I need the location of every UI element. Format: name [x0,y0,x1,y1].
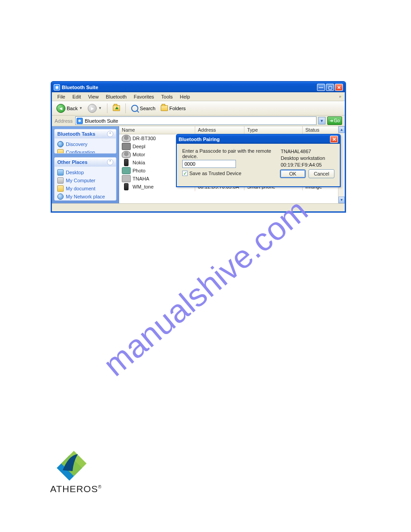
menu-help[interactable]: Help [176,93,194,100]
remote-device-type: Desktop workstation [281,155,334,162]
other-places-panel: Other Places ˄ Desktop My Computer My do… [54,157,116,201]
minimize-button[interactable]: — [317,84,325,91]
dialog-close-button[interactable]: ✕ [330,136,338,143]
back-button[interactable]: ◄ Back ▼ [55,103,84,114]
svg-rect-2 [339,97,340,98]
cell-name: TNAHA [133,176,149,181]
sidebar-item-configuration[interactable]: Configuration [57,148,113,154]
address-value: Bluetooth Suite [85,118,118,124]
bluetooth-tasks-panel: Bluetooth Tasks ˄ Discovery Configuratio… [54,129,116,154]
laptop-icon [122,143,131,150]
cancel-button[interactable]: Cancel [308,169,334,178]
column-type[interactable]: Type [244,126,303,134]
search-label: Search [140,106,155,111]
chevron-up-icon[interactable]: ˄ [107,131,113,137]
panel-header[interactable]: Other Places ˄ [55,158,116,167]
gear-icon [57,149,64,154]
sidebar-item-desktop[interactable]: Desktop [57,168,113,176]
sidebar-item-label: Desktop [66,170,84,175]
maximize-button[interactable]: ▢ [326,84,334,91]
sidebar-item-label: My Computer [66,178,95,183]
column-headers: Name Address Type Status [119,126,345,134]
save-trusted-checkbox[interactable]: ✓ [182,171,188,176]
menu-view[interactable]: View [85,93,103,100]
menu-tools[interactable]: Tools [158,93,176,100]
address-field[interactable]: ✱ Bluetooth Suite [75,116,316,125]
desktop-icon [57,169,64,176]
dialog-titlebar[interactable]: Bluetooth Pairing ✕ [177,135,340,144]
go-label: Go [334,118,340,123]
sidebar-item-my-document[interactable]: My document [57,184,113,193]
sidebar-item-label: Discovery [66,142,87,147]
sidebar-item-label: My Network place [66,194,105,199]
forward-arrow-icon: ► [88,104,97,113]
go-button[interactable]: ➜ Go [327,116,342,125]
cell-name: Photo [133,168,146,173]
chevron-up-icon[interactable]: ˄ [107,159,113,165]
save-trusted-label: Save as Trusted Device [189,171,241,176]
menu-bluetooth[interactable]: Bluetooth [102,93,130,100]
computer-icon [122,175,131,182]
globe-icon [57,141,64,147]
camera-icon [122,167,131,174]
address-bar: Address ✱ Bluetooth Suite ▼ ➜ Go [52,116,345,126]
menu-file[interactable]: File [54,93,69,100]
search-icon [131,105,138,112]
cell-name: Deepl [133,144,146,149]
column-name[interactable]: Name [119,126,195,134]
atheros-brand-text: ATHEROS® [50,484,122,494]
folder-up-icon [113,105,120,111]
folders-label: Folders [169,106,186,111]
toolbar-separator [125,103,126,113]
scroll-down-icon[interactable]: ▼ [338,197,345,203]
folder-icon [57,185,64,192]
svg-rect-0 [339,96,340,97]
svg-rect-1 [340,96,341,97]
menu-favorites[interactable]: Favorites [130,93,158,100]
toolbar-separator [107,103,107,113]
sidebar-item-discovery[interactable]: Discovery [57,140,113,148]
bluetooth-icon: ✱ [54,84,60,90]
dialog-title: Bluetooth Pairing [179,137,220,142]
panel-header[interactable]: Bluetooth Tasks ˄ [55,129,116,138]
panel-title: Other Places [57,159,87,165]
menu-bar: File Edit View Bluetooth Favorites Tools… [52,92,345,101]
cell-name: Motor [133,152,145,157]
phone-icon [124,159,128,166]
address-label: Address [55,118,73,124]
sidebar-item-my-computer[interactable]: My Computer [57,176,113,184]
up-button[interactable] [111,104,122,112]
watermark-text: manualshive.com [96,192,315,383]
atheros-mark-icon [55,453,84,483]
cell-name: Nokia [133,160,145,165]
passcode-input[interactable] [182,160,236,168]
search-button[interactable]: Search [129,104,157,113]
column-address[interactable]: Address [195,126,244,134]
ok-button[interactable]: OK [280,169,306,178]
sidebar: Bluetooth Tasks ˄ Discovery Configuratio… [52,126,119,203]
computer-icon [57,177,64,184]
remote-device-name: TNAHAL4867 [281,148,334,155]
network-icon [57,193,64,200]
panel-title: Bluetooth Tasks [57,131,95,137]
status-bar [52,203,345,211]
back-dropdown-icon[interactable]: ▼ [79,106,82,110]
back-label: Back [67,106,77,111]
sidebar-item-label: My document [66,186,95,191]
forward-dropdown-icon[interactable]: ▼ [98,106,102,110]
atheros-logo: ATHEROS® [50,453,122,494]
headset-icon [122,151,131,158]
windows-logo-icon [336,93,345,101]
folders-button[interactable]: Folders [159,104,188,112]
headset-icon [122,135,131,142]
scroll-up-icon[interactable]: ▲ [338,126,345,133]
address-dropdown-icon[interactable]: ▼ [318,117,325,124]
window-titlebar[interactable]: ✱ Bluetooth Suite — ▢ ✕ [52,82,345,92]
sidebar-item-network-place[interactable]: My Network place [57,193,113,201]
close-button[interactable]: ✕ [335,84,343,91]
pairing-instruction: Enter a Passcode to pair with the remote… [182,148,281,159]
forward-button[interactable]: ► ▼ [86,103,103,114]
back-arrow-icon: ◄ [56,104,65,113]
menu-edit[interactable]: Edit [69,93,85,100]
sidebar-item-label: Configuration [66,150,95,154]
